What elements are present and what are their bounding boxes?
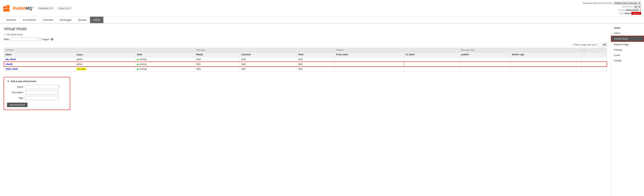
vhost-tags-input[interactable]	[25, 96, 58, 100]
nav-connections[interactable]: Connections	[20, 17, 40, 23]
rabbitmq-logo-icon	[3, 5, 10, 12]
vhost-from-client-cell	[334, 57, 404, 62]
table-col-header-row: Name Users ? State Ready Unacked Total F…	[4, 52, 607, 57]
add-section-title: Add a new virtual host	[10, 80, 36, 83]
vhost-total-cell: NaN	[297, 62, 335, 67]
cluster-label: Cluster	[618, 9, 625, 12]
vhost-ready-cell: NaN	[195, 67, 240, 71]
page-size-input[interactable]	[598, 43, 607, 47]
vhost-unacked-cell: NaN	[240, 62, 296, 67]
description-form-row: Description:	[7, 90, 67, 94]
nav-exchanges[interactable]: Exchanges	[56, 17, 75, 23]
main-content: Virtual Hosts ▼ All virtual hosts Filter…	[0, 24, 611, 196]
vhost-name-link[interactable]: vhost1	[6, 63, 13, 65]
nav-admin[interactable]: Admin	[90, 17, 104, 23]
nav-queues[interactable]: Queues	[75, 17, 90, 23]
messages-group-header: Messages	[195, 48, 335, 52]
no-users-badge: No users	[76, 68, 86, 70]
vhost-total-cell: NaN	[297, 57, 335, 62]
cluster-value: rabbit@rabbit_1	[626, 9, 641, 12]
items-info-text: 3 items, page size up to	[573, 44, 597, 46]
erlang-version-badge: Erlang 23.0.2	[57, 7, 72, 10]
vhost-name-link[interactable]: my_vhost	[6, 58, 16, 61]
add-section-arrow[interactable]: ▼	[7, 80, 10, 83]
logo-text: RabbitMQTM	[13, 6, 34, 11]
vhost-from-client-cell	[334, 67, 404, 71]
required-indicator: *	[59, 86, 60, 88]
sidebar-item-users[interactable]: Users	[611, 30, 644, 36]
items-info: 3 items, page size up to	[4, 43, 607, 47]
vhost-extra-cell	[581, 57, 607, 62]
sidebar: Users Users Virtual Hosts Feature Flags …	[611, 24, 644, 196]
col-name: Name	[4, 52, 75, 57]
logout-button[interactable]: Log out	[631, 12, 641, 15]
sidebar-section-title: Users	[611, 25, 644, 30]
sidebar-item-virtual-hosts[interactable]: Virtual Hosts	[611, 36, 644, 42]
filter-input[interactable]	[11, 37, 37, 41]
add-vhost-section: ▼ Add a new virtual host Name: * Descrip…	[4, 77, 70, 110]
vhost-to-client-cell	[404, 57, 460, 62]
page-title: Virtual Hosts	[4, 27, 607, 31]
col-to-client: To client	[404, 52, 460, 57]
sidebar-item-limits[interactable]: Limits	[611, 53, 644, 58]
vhost-to-client-cell	[404, 62, 460, 67]
table-row: vhost_test2No usersrunningNaNNaNNaN	[4, 67, 607, 71]
section-header: ▼ All virtual hosts	[4, 33, 607, 36]
nav-channels[interactable]: Channels	[40, 17, 56, 23]
network-group-header: Network	[334, 48, 460, 52]
vhost-extra-cell	[581, 67, 607, 71]
vhost-users-cell: admin	[75, 57, 135, 62]
header-right: Refreshed 2020-12-01 21:52:29 Refresh ev…	[583, 2, 641, 15]
section-arrow[interactable]: ▼	[4, 34, 6, 36]
regex-checkbox[interactable]	[38, 38, 41, 41]
refresh-select[interactable]: Refresh every 5 seconds	[613, 2, 641, 5]
vhost-name-link[interactable]: vhost_test2	[6, 68, 18, 70]
filter-row: Filter: Regex ?	[4, 37, 607, 41]
col-deliver-get: deliver / get	[510, 52, 581, 57]
vhost-users-cell: No users	[75, 67, 135, 71]
virtual-host-select[interactable]: All	[633, 5, 641, 9]
col-users: Users ?	[75, 52, 135, 57]
vhost-unacked-cell: NaN	[240, 57, 296, 62]
svg-rect-3	[3, 9, 10, 11]
vhost-state-cell: running	[135, 62, 194, 67]
vhost-deliver-get-cell	[510, 62, 581, 67]
message-rates-group-header: Message rates	[460, 48, 581, 52]
vhost-name-cell: vhost_test2	[4, 67, 75, 71]
vhost-name-cell: vhost1	[4, 62, 75, 67]
vhost-description-input[interactable]	[25, 90, 58, 94]
description-label: Description:	[7, 91, 24, 94]
vhost-state-cell: running	[135, 57, 194, 62]
sidebar-item-feature-flags[interactable]: Feature Flags	[611, 42, 644, 47]
vhost-publish-cell	[460, 67, 510, 71]
header: RabbitMQTM RabbitMQ 3.8.5 Erlang 23.0.2 …	[0, 0, 644, 17]
vhost-name-input[interactable]	[25, 85, 58, 89]
filter-help-icon[interactable]: ?	[51, 38, 53, 41]
sidebar-item-cluster[interactable]: Cluster	[611, 58, 644, 63]
overview-group-header: Overview	[4, 48, 195, 52]
table-row: vhost1adminrunningNaNNaNNaN	[4, 62, 607, 67]
plus-minus-header[interactable]: +/-	[581, 48, 607, 52]
vhost-ready-cell: NaN	[195, 62, 240, 67]
vhost-total-cell: NaN	[297, 67, 335, 71]
vhost-publish-cell	[460, 62, 510, 67]
nav-overview[interactable]: Overview	[3, 17, 20, 23]
add-vhost-button[interactable]: Add virtual host	[7, 103, 28, 107]
section-label: All virtual hosts	[7, 33, 23, 36]
refresh-row: Refreshed 2020-12-01 21:52:29 Refresh ev…	[583, 2, 641, 5]
vhosts-table: Overview Messages Network Message rates …	[4, 48, 607, 71]
vhost-deliver-get-cell	[510, 67, 581, 71]
col-ready: Ready	[195, 52, 240, 57]
col-from-client: From client	[334, 52, 404, 57]
vhost-publish-cell	[460, 57, 510, 62]
sidebar-item-policies[interactable]: Policies	[611, 47, 644, 53]
add-section-header: ▼ Add a new virtual host	[7, 80, 67, 83]
main-nav: Overview Connections Channels Exchanges …	[0, 17, 644, 24]
col-unacked: Unacked	[240, 52, 296, 57]
vhost-name-cell: my_vhost	[4, 57, 75, 62]
user-row: User admin Log out	[583, 12, 641, 15]
vhost-deliver-get-cell	[510, 57, 581, 62]
col-state: State	[135, 52, 194, 57]
col-extra	[581, 52, 607, 57]
name-label: Name:	[7, 86, 24, 88]
